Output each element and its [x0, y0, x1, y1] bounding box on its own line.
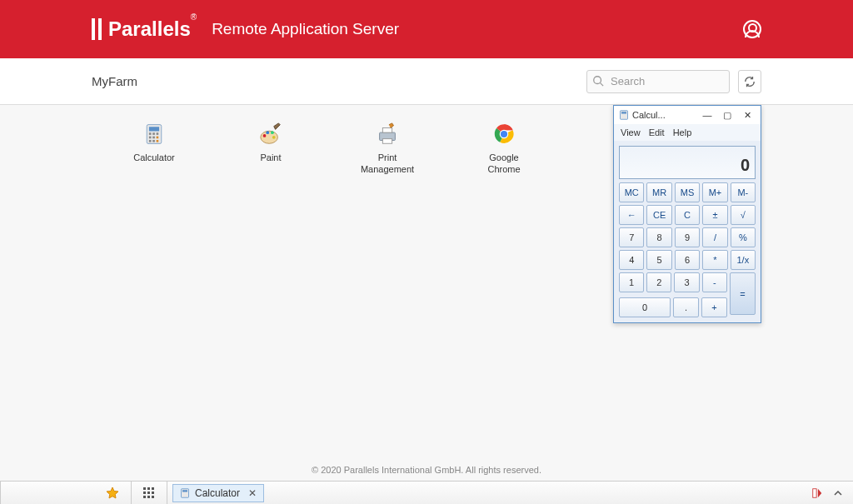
calculator-small-icon	[619, 110, 629, 120]
calc-1[interactable]: 1	[619, 272, 644, 292]
svg-point-14	[263, 134, 267, 137]
app-label: Google Chrome	[475, 152, 533, 176]
svg-rect-9	[157, 137, 159, 139]
calculator-icon	[142, 122, 167, 147]
svg-rect-20	[382, 139, 392, 144]
printer-icon	[375, 122, 400, 147]
footer-copyright: © 2020 Parallels International GmbH. All…	[0, 465, 853, 475]
app-print-management[interactable]: Print Management	[358, 122, 417, 176]
search-icon	[592, 75, 604, 87]
chrome-icon	[491, 122, 516, 147]
svg-point-15	[266, 131, 269, 134]
calc-sub[interactable]: -	[702, 272, 727, 292]
svg-point-0	[594, 76, 601, 83]
menu-view[interactable]: View	[621, 127, 641, 137]
grid-icon	[143, 487, 155, 499]
calc-pm[interactable]: ±	[702, 205, 727, 225]
calc-mr[interactable]: MR	[646, 182, 671, 202]
refresh-icon	[744, 76, 756, 87]
calc-ms[interactable]: MS	[675, 182, 700, 202]
svg-rect-30	[147, 492, 150, 494]
calc-mplus[interactable]: M+	[702, 182, 727, 202]
search-box	[586, 70, 730, 93]
parallels-bars-icon	[92, 18, 102, 40]
app-paint[interactable]: Paint	[242, 122, 300, 176]
svg-rect-6	[157, 132, 159, 135]
calc-0[interactable]: 0	[619, 297, 671, 317]
refresh-button[interactable]	[738, 70, 761, 93]
calculator-titlebar[interactable]: Calcul... — ▢ ✕	[614, 106, 761, 124]
subheader: MyFarm	[0, 58, 853, 105]
brand-logo: Parallels®	[92, 17, 197, 41]
svg-rect-12	[157, 140, 159, 142]
svg-rect-37	[813, 488, 816, 497]
calc-sqrt[interactable]: √	[731, 205, 756, 225]
svg-line-1	[601, 82, 604, 86]
calc-pct[interactable]: %	[731, 227, 756, 247]
calc-7[interactable]: 7	[619, 227, 644, 247]
calc-3[interactable]: 3	[674, 272, 699, 292]
svg-rect-5	[152, 132, 155, 135]
taskbar-favorites[interactable]	[94, 482, 132, 504]
calc-9[interactable]: 9	[675, 227, 700, 247]
svg-point-23	[501, 131, 507, 137]
svg-rect-26	[143, 487, 146, 490]
calc-mminus[interactable]: M-	[731, 182, 756, 202]
product-name: Remote Application Server	[212, 20, 399, 38]
account-icon[interactable]	[743, 20, 761, 38]
brand-name: Parallels®	[108, 17, 197, 41]
close-button[interactable]: ✕	[737, 107, 757, 122]
app-label: Print Management	[358, 152, 417, 176]
app-calculator[interactable]: Calculator	[125, 122, 183, 176]
svg-point-17	[272, 136, 276, 139]
chevron-up-icon[interactable]	[833, 488, 843, 498]
calc-mul[interactable]: *	[702, 250, 727, 270]
calculator-keypad: MC MR MS M+ M- ← CE C ± √ 7 8 9 / % 4	[614, 182, 761, 322]
calc-eq[interactable]: =	[730, 272, 756, 315]
svg-rect-4	[149, 132, 152, 135]
calc-2[interactable]: 2	[646, 272, 671, 292]
svg-point-16	[271, 131, 274, 134]
brand: Parallels® Remote Application Server	[92, 17, 399, 41]
taskbar-task-calculator[interactable]: Calculator ✕	[172, 484, 264, 502]
svg-rect-27	[147, 487, 150, 490]
star-icon	[106, 487, 119, 500]
taskbar-apps[interactable]	[132, 482, 167, 504]
menu-help[interactable]: Help	[673, 127, 692, 137]
calc-5[interactable]: 5	[646, 250, 671, 270]
calc-mc[interactable]: MC	[619, 182, 644, 202]
calc-dot[interactable]: .	[673, 297, 699, 317]
connection-icon[interactable]	[811, 487, 823, 499]
calc-6[interactable]: 6	[675, 250, 700, 270]
svg-rect-29	[143, 492, 146, 494]
search-input[interactable]	[586, 70, 730, 93]
calculator-menu: View Edit Help	[614, 124, 761, 141]
svg-rect-3	[149, 127, 159, 131]
calc-inv[interactable]: 1/x	[731, 250, 756, 270]
svg-rect-19	[382, 128, 392, 133]
app-google-chrome[interactable]: Google Chrome	[475, 122, 533, 176]
calc-c[interactable]: C	[675, 205, 700, 225]
svg-rect-34	[152, 496, 154, 498]
calc-ce[interactable]: CE	[646, 205, 671, 225]
svg-rect-8	[152, 137, 155, 139]
taskbar-left-spacer	[0, 482, 94, 504]
calc-div[interactable]: /	[702, 227, 727, 247]
app-header: Parallels® Remote Application Server	[0, 0, 853, 58]
maximize-button[interactable]: ▢	[717, 107, 737, 122]
calculator-title-text: Calcul...	[632, 110, 697, 120]
calc-8[interactable]: 8	[646, 227, 671, 247]
svg-rect-10	[149, 140, 152, 142]
svg-rect-32	[143, 496, 146, 498]
calc-4[interactable]: 4	[619, 250, 644, 270]
minimize-button[interactable]: —	[697, 107, 717, 122]
svg-rect-7	[149, 137, 152, 139]
farm-name: MyFarm	[92, 74, 137, 88]
app-label: Calculator	[125, 152, 183, 163]
svg-rect-11	[152, 140, 155, 142]
task-close-icon[interactable]: ✕	[245, 487, 257, 499]
calc-add[interactable]: +	[701, 297, 727, 317]
menu-edit[interactable]: Edit	[649, 127, 665, 137]
calc-back[interactable]: ←	[619, 205, 644, 225]
app-label: Paint	[242, 152, 300, 163]
